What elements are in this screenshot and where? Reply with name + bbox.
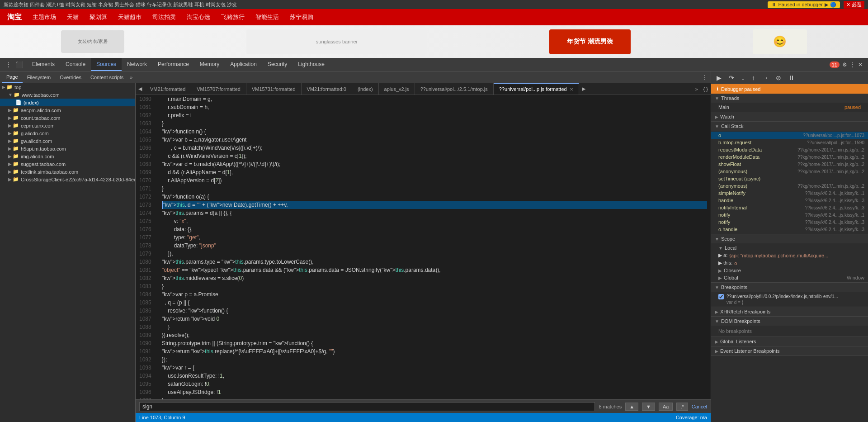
call-stack-item-0[interactable]: o??universal/pol...p.js:for...1073 [711,132,868,139]
file-tree-item-8[interactable]: ▶📁h5api.m.taobao.com [0,145,135,152]
search-cancel-btn[interactable]: Cancel [692,404,707,409]
file-tree-item-0[interactable]: ▶📁top [0,83,135,91]
call-stack-item-2[interactable]: requestModuleData??kg/home-2017/...min.j… [711,146,868,153]
settings-sources-icon[interactable]: ⋮ [700,74,709,81]
nav-item-7[interactable]: 智能生活 [255,13,279,21]
close-icon[interactable]: ✕ [858,62,863,68]
tab-security[interactable]: Security [262,58,292,71]
dom-breakpoints-header[interactable]: ▼ DOM Breakpoints [711,317,868,326]
call-stack-item-6[interactable]: setTimeout (async) [711,175,868,182]
threads-header[interactable]: ▼ Threads [711,94,868,103]
paused-badge[interactable]: ⏸ Paused in debugger ▶ 🔵 [768,1,840,8]
devtools-undock-icon[interactable]: ⋮ [5,61,12,68]
search-regex-btn[interactable]: .* [676,403,688,411]
file-tab-1[interactable]: VM15707:formatted [191,83,246,95]
nav-item-5[interactable]: 淘宝心选 [187,13,210,21]
subtab-page[interactable]: Page [2,71,23,83]
subtab-overrides[interactable]: Overrides [55,71,86,83]
tab-performance[interactable]: Performance [152,58,194,71]
devtools-pin-icon[interactable]: ⬛ [15,61,23,68]
settings-icon[interactable]: ⚙ [842,62,847,68]
call-stack-item-7[interactable]: (anonymous)??kg/home-2017/...min.js,kg/p… [711,182,868,190]
xhr-breakpoints-header[interactable]: ▶ XHR/fetch Breakpoints [711,307,868,316]
search-next-btn[interactable]: ▼ [642,403,655,411]
file-tab-4[interactable]: (index) [352,83,379,95]
step-over-btn[interactable]: ↷ [727,73,736,82]
file-tab-2[interactable]: VM15731:formatted [246,83,302,95]
call-stack-item-13[interactable]: o.handle??kissy/k/6.2.4....js,kissy/k...… [711,226,868,233]
step-btn[interactable]: → [760,73,770,82]
file-tree-item-2[interactable]: 📄(index) [0,99,135,106]
scope-header[interactable]: ▼ Scope [711,234,868,243]
scope-local-header[interactable]: ▼ Local [711,244,868,251]
call-stack-item-11[interactable]: notify??kissy/k/6.2.4....js,kissy/k...1 [711,211,868,218]
scope-local-a[interactable]: ▶ a: {api: "mtop.mytaobao.pchome.multiAc… [711,251,868,259]
tab-elements[interactable]: Elements [27,58,60,71]
call-stack-item-9[interactable]: handle??kissy/k/6.2.4....js,kissy/k...3 [711,197,868,204]
format-icon[interactable]: { } [701,86,711,92]
file-tree-item-5[interactable]: ▶📁ecpm.tanx.com [0,122,135,129]
call-stack-item-8[interactable]: simpleNotify??kissy/k/6.2.4....js,kissy/… [711,190,868,197]
file-tab-7[interactable]: ??universal/pol...p.js:formatted ✕ [494,83,579,95]
call-stack-item-4[interactable]: showFloat??kg/home-2017/...min.js,kg/p..… [711,161,868,168]
nav-item-2[interactable]: 聚划算 [90,13,107,21]
file-tabs-left[interactable]: ◀ [136,86,145,92]
file-tabs-more[interactable]: » [692,86,700,92]
close-tab-icon[interactable]: ✕ [570,87,573,92]
tab-memory[interactable]: Memory [194,58,225,71]
subtabs-more[interactable]: » [128,75,134,80]
search-input[interactable] [139,402,595,411]
call-stack-header[interactable]: ▼ Call Stack [711,122,868,131]
global-listeners-header[interactable]: ▶ Global Listeners [711,337,868,346]
call-stack-item-5[interactable]: (anonymous)??kg/home-2017/...min.js,kg/p… [711,168,868,175]
tab-lighthouse[interactable]: Lighthouse [292,58,330,71]
thread-main[interactable]: Main paused [711,104,868,111]
pause-on-exceptions-btn[interactable]: ⏸ [787,73,797,82]
scope-global-header[interactable]: ▶ Global Window [711,274,868,281]
search-aa-btn[interactable]: Aa [659,403,673,411]
file-tree-item-1[interactable]: ▼📁www.taobao.com [0,91,135,99]
resume-btn[interactable]: ▶ [715,73,723,82]
file-tree-item-12[interactable]: ▶📁CrossStorageClient-e22cc97a-fd14-4228-… [0,175,135,183]
deactivate-breakpoints-btn[interactable]: ⊘ [774,73,783,82]
watch-header[interactable]: ▶ Watch [711,112,868,121]
call-stack-item-10[interactable]: notifyInternal??kissy/k/6.2.4....js,kiss… [711,204,868,211]
call-stack-item-3[interactable]: renderModuleData??kg/home-2017/...min.js… [711,153,868,161]
file-tab-3[interactable]: VM21:formatted:0 [302,83,352,95]
nav-item-1[interactable]: 天猫 [67,13,79,21]
file-tree-item-3[interactable]: ▶📁aecpm.alicdn.com [0,106,135,114]
nav-item-0[interactable]: 主题市场 [33,13,56,21]
file-tab-6[interactable]: ??universal/pol.../2.5.1/mtop.js [415,83,494,95]
file-tree-item-11[interactable]: ▶📁textlink.simba.taobao.com [0,168,135,175]
code-editor[interactable]: 1060106110621063106410651066106710681069… [136,95,711,399]
file-tree-item-9[interactable]: ▶📁img.alicdn.com [0,152,135,160]
tab-console[interactable]: Console [60,58,91,71]
breakpoint-checkbox-0[interactable] [718,294,724,299]
subtab-filesystem[interactable]: Filesystem [23,71,56,83]
file-tree-item-10[interactable]: ▶📁suggest.taobao.com [0,160,135,168]
file-tab-0[interactable]: VM21:formatted [145,83,191,95]
scope-closure-header[interactable]: ▶ Closure [711,267,868,274]
step-into-btn[interactable]: ↓ [740,73,746,82]
close-banner[interactable]: ✕ 必逛 [844,1,864,9]
tab-sources[interactable]: Sources [91,58,122,71]
search-prev-btn[interactable]: ▲ [625,403,638,411]
nav-item-4[interactable]: 司法拍卖 [152,13,176,21]
scope-local-this[interactable]: ▶ this: o [711,259,868,267]
file-tree-item-6[interactable]: ▶📁g.alicdn.com [0,129,135,137]
file-tree-item-7[interactable]: ▶📁gw.alicdn.com [0,137,135,145]
tab-network[interactable]: Network [122,58,152,71]
file-tree-item-4[interactable]: ▶📁count.taobao.com [0,114,135,122]
more-icon[interactable]: ⋮ [850,62,855,68]
event-listener-breakpoints-header[interactable]: ▶ Event Listener Breakpoints [711,346,868,356]
call-stack-item-12[interactable]: notify??kissy/k/6.2.4....js,kissy/k...3 [711,218,868,226]
call-stack-item-1[interactable]: b.mtop.request??universal/pol...js:for..… [711,139,868,146]
nav-item-8[interactable]: 苏宁易购 [290,13,313,21]
step-out-btn[interactable]: ↑ [750,73,757,82]
file-tabs-right[interactable]: ▶ [579,86,588,92]
code-content[interactable]: r.mainDomain = g, r.subDomain = h, r.pre… [158,95,711,399]
breakpoints-header[interactable]: ▼ Breakpoints [711,283,868,292]
nav-item-6[interactable]: 飞猪旅行 [221,13,245,21]
subtab-content-scripts[interactable]: Content scripts [86,71,128,83]
nav-item-3[interactable]: 天猫超市 [118,13,142,21]
